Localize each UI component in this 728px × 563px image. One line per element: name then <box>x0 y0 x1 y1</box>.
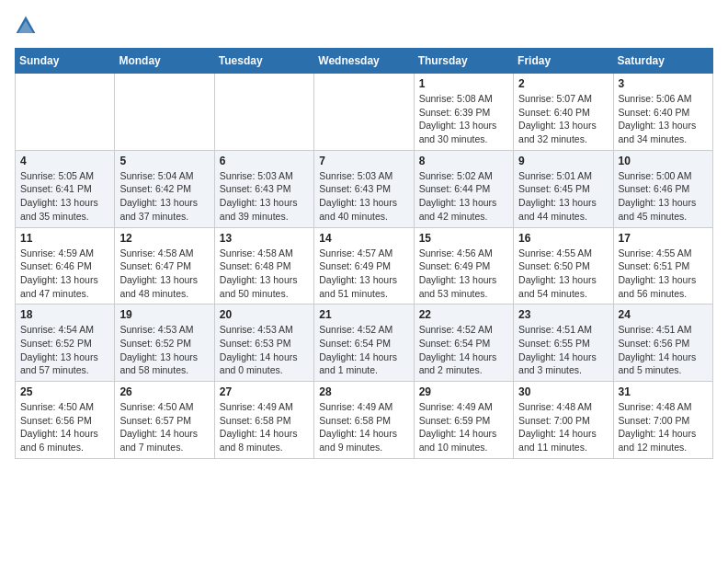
day-number: 28 <box>319 385 408 398</box>
day-number: 25 <box>20 385 109 398</box>
day-number: 11 <box>20 232 109 245</box>
day-info: Sunrise: 4:53 AM Sunset: 6:52 PM Dayligh… <box>119 323 209 377</box>
day-number: 6 <box>220 155 309 167</box>
day-info: Sunrise: 5:08 AM Sunset: 6:39 PM Dayligh… <box>419 92 508 146</box>
day-number: 3 <box>619 77 708 90</box>
day-info: Sunrise: 4:50 AM Sunset: 6:56 PM Dayligh… <box>20 400 109 454</box>
calendar-cell: 13Sunrise: 4:58 AM Sunset: 6:48 PM Dayli… <box>214 227 313 304</box>
week-row-5: 25Sunrise: 4:50 AM Sunset: 6:56 PM Dayli… <box>16 382 713 459</box>
day-number: 27 <box>220 385 309 398</box>
calendar-cell: 14Sunrise: 4:57 AM Sunset: 6:49 PM Dayli… <box>314 227 414 304</box>
day-header-wednesday: Wednesday <box>314 49 414 74</box>
day-number: 10 <box>619 155 708 167</box>
calendar-cell: 21Sunrise: 4:52 AM Sunset: 6:54 PM Dayli… <box>314 304 414 382</box>
calendar-cell: 28Sunrise: 4:49 AM Sunset: 6:58 PM Dayli… <box>314 382 414 459</box>
day-info: Sunrise: 4:53 AM Sunset: 6:53 PM Dayligh… <box>220 323 309 377</box>
day-info: Sunrise: 4:54 AM Sunset: 6:52 PM Dayligh… <box>20 323 109 377</box>
week-row-4: 18Sunrise: 4:54 AM Sunset: 6:52 PM Dayli… <box>16 304 713 382</box>
day-info: Sunrise: 4:58 AM Sunset: 6:47 PM Dayligh… <box>119 247 209 301</box>
day-info: Sunrise: 5:03 AM Sunset: 6:43 PM Dayligh… <box>319 169 408 224</box>
calendar-cell <box>115 74 214 151</box>
week-row-3: 11Sunrise: 4:59 AM Sunset: 6:46 PM Dayli… <box>16 227 713 304</box>
day-info: Sunrise: 4:58 AM Sunset: 6:48 PM Dayligh… <box>220 247 309 301</box>
calendar-table: SundayMondayTuesdayWednesdayThursdayFrid… <box>15 48 713 459</box>
day-number: 30 <box>518 385 608 398</box>
calendar-cell: 3Sunrise: 5:06 AM Sunset: 6:40 PM Daylig… <box>613 74 712 151</box>
calendar-cell: 5Sunrise: 5:04 AM Sunset: 6:42 PM Daylig… <box>115 150 214 227</box>
day-info: Sunrise: 5:06 AM Sunset: 6:40 PM Dayligh… <box>619 92 708 146</box>
calendar-cell: 15Sunrise: 4:56 AM Sunset: 6:49 PM Dayli… <box>414 227 513 304</box>
day-info: Sunrise: 4:56 AM Sunset: 6:49 PM Dayligh… <box>419 247 508 301</box>
day-info: Sunrise: 4:52 AM Sunset: 6:54 PM Dayligh… <box>319 323 408 377</box>
calendar-cell: 7Sunrise: 5:03 AM Sunset: 6:43 PM Daylig… <box>314 150 414 227</box>
week-row-1: 1Sunrise: 5:08 AM Sunset: 6:39 PM Daylig… <box>16 74 713 151</box>
day-info: Sunrise: 4:49 AM Sunset: 6:59 PM Dayligh… <box>419 400 508 454</box>
day-info: Sunrise: 4:55 AM Sunset: 6:51 PM Dayligh… <box>619 247 708 301</box>
day-number: 31 <box>619 385 708 398</box>
calendar-cell <box>16 74 115 151</box>
calendar-cell <box>314 74 414 151</box>
day-number: 17 <box>619 232 708 245</box>
day-info: Sunrise: 5:04 AM Sunset: 6:42 PM Dayligh… <box>119 169 209 224</box>
calendar-cell: 18Sunrise: 4:54 AM Sunset: 6:52 PM Dayli… <box>16 304 115 382</box>
day-number: 9 <box>518 155 608 167</box>
day-info: Sunrise: 4:59 AM Sunset: 6:46 PM Dayligh… <box>20 247 109 301</box>
day-number: 21 <box>319 308 408 321</box>
day-info: Sunrise: 4:48 AM Sunset: 7:00 PM Dayligh… <box>619 400 708 454</box>
day-number: 24 <box>619 308 708 321</box>
day-number: 13 <box>220 232 309 245</box>
day-info: Sunrise: 5:07 AM Sunset: 6:40 PM Dayligh… <box>518 92 608 146</box>
day-info: Sunrise: 4:55 AM Sunset: 6:50 PM Dayligh… <box>518 247 608 301</box>
calendar-cell: 23Sunrise: 4:51 AM Sunset: 6:55 PM Dayli… <box>514 304 613 382</box>
calendar-cell: 1Sunrise: 5:08 AM Sunset: 6:39 PM Daylig… <box>414 74 513 151</box>
day-number: 26 <box>119 385 209 398</box>
day-info: Sunrise: 4:51 AM Sunset: 6:56 PM Dayligh… <box>619 323 708 377</box>
calendar-cell: 4Sunrise: 5:05 AM Sunset: 6:41 PM Daylig… <box>16 150 115 227</box>
logo-icon <box>15 15 37 37</box>
calendar-cell: 27Sunrise: 4:49 AM Sunset: 6:58 PM Dayli… <box>214 382 313 459</box>
day-header-monday: Monday <box>115 49 214 74</box>
day-number: 14 <box>319 232 408 245</box>
week-row-2: 4Sunrise: 5:05 AM Sunset: 6:41 PM Daylig… <box>16 150 713 227</box>
calendar-cell: 19Sunrise: 4:53 AM Sunset: 6:52 PM Dayli… <box>115 304 214 382</box>
calendar-cell: 24Sunrise: 4:51 AM Sunset: 6:56 PM Dayli… <box>613 304 712 382</box>
day-header-thursday: Thursday <box>414 49 513 74</box>
calendar-cell: 16Sunrise: 4:55 AM Sunset: 6:50 PM Dayli… <box>514 227 613 304</box>
day-number: 15 <box>419 232 508 245</box>
page-header <box>15 15 713 37</box>
day-info: Sunrise: 4:48 AM Sunset: 7:00 PM Dayligh… <box>518 400 608 454</box>
day-number: 23 <box>518 308 608 321</box>
day-header-friday: Friday <box>514 49 613 74</box>
day-info: Sunrise: 5:03 AM Sunset: 6:43 PM Dayligh… <box>220 169 309 224</box>
calendar-cell: 8Sunrise: 5:02 AM Sunset: 6:44 PM Daylig… <box>414 150 513 227</box>
logo <box>15 15 40 37</box>
calendar-cell: 9Sunrise: 5:01 AM Sunset: 6:45 PM Daylig… <box>514 150 613 227</box>
day-header-sunday: Sunday <box>16 49 115 74</box>
calendar-cell: 30Sunrise: 4:48 AM Sunset: 7:00 PM Dayli… <box>514 382 613 459</box>
calendar-cell: 10Sunrise: 5:00 AM Sunset: 6:46 PM Dayli… <box>613 150 712 227</box>
day-number: 29 <box>419 385 508 398</box>
day-number: 5 <box>119 155 209 167</box>
day-info: Sunrise: 5:01 AM Sunset: 6:45 PM Dayligh… <box>518 169 608 224</box>
day-info: Sunrise: 4:51 AM Sunset: 6:55 PM Dayligh… <box>518 323 608 377</box>
calendar-cell: 25Sunrise: 4:50 AM Sunset: 6:56 PM Dayli… <box>16 382 115 459</box>
day-number: 1 <box>419 77 508 90</box>
day-header-tuesday: Tuesday <box>214 49 313 74</box>
calendar-cell <box>214 74 313 151</box>
day-info: Sunrise: 4:50 AM Sunset: 6:57 PM Dayligh… <box>119 400 209 454</box>
day-number: 4 <box>20 155 109 167</box>
day-info: Sunrise: 4:52 AM Sunset: 6:54 PM Dayligh… <box>419 323 508 377</box>
day-number: 20 <box>220 308 309 321</box>
calendar-cell: 31Sunrise: 4:48 AM Sunset: 7:00 PM Dayli… <box>613 382 712 459</box>
day-number: 16 <box>518 232 608 245</box>
calendar-cell: 17Sunrise: 4:55 AM Sunset: 6:51 PM Dayli… <box>613 227 712 304</box>
day-number: 7 <box>319 155 408 167</box>
day-header-saturday: Saturday <box>613 49 712 74</box>
day-number: 22 <box>419 308 508 321</box>
calendar-cell: 22Sunrise: 4:52 AM Sunset: 6:54 PM Dayli… <box>414 304 513 382</box>
calendar-cell: 6Sunrise: 5:03 AM Sunset: 6:43 PM Daylig… <box>214 150 313 227</box>
day-info: Sunrise: 4:49 AM Sunset: 6:58 PM Dayligh… <box>319 400 408 454</box>
day-info: Sunrise: 5:05 AM Sunset: 6:41 PM Dayligh… <box>20 169 109 224</box>
calendar-cell: 2Sunrise: 5:07 AM Sunset: 6:40 PM Daylig… <box>514 74 613 151</box>
calendar-header: SundayMondayTuesdayWednesdayThursdayFrid… <box>16 49 713 74</box>
